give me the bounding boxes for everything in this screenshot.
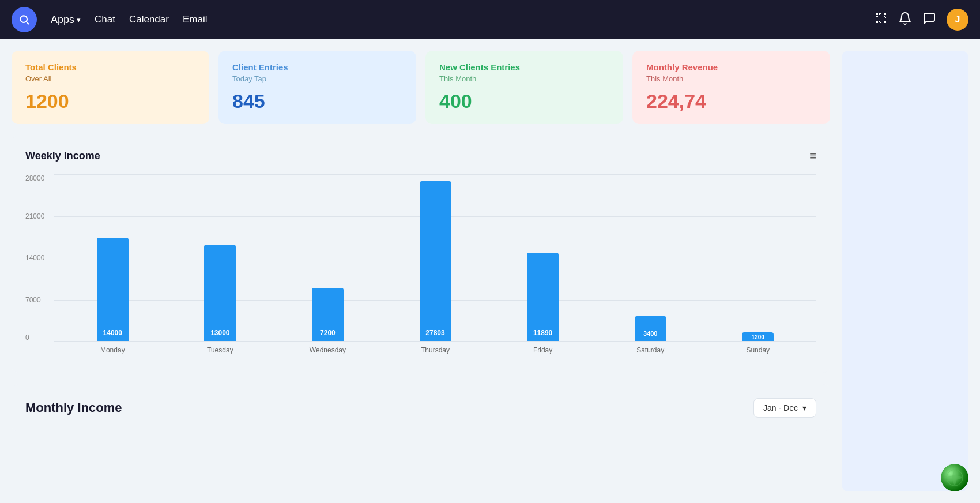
y-label-0: 0	[25, 333, 29, 341]
svg-rect-10	[880, 22, 881, 23]
stat-card-monthly-revenue: Monthly Revenue This Month 224,74	[632, 51, 830, 124]
nav-calendar[interactable]: Calendar	[129, 14, 169, 25]
main-content: Total Clients Over All 1200 Client Entri…	[0, 39, 980, 503]
stat-subtitle-new-clients: This Month	[439, 74, 609, 83]
y-label-7000: 7000	[25, 296, 41, 304]
stat-card-total-clients: Total Clients Over All 1200	[12, 51, 209, 124]
stats-row: Total Clients Over All 1200 Client Entri…	[12, 51, 830, 124]
chat-icon	[922, 12, 936, 25]
stat-value-total-clients: 1200	[25, 90, 195, 112]
hamburger-icon: ≡	[809, 149, 816, 162]
x-label-thursday: Thursday	[382, 341, 489, 359]
bar-monday: 14000	[59, 238, 167, 341]
bar-thursday: 27803	[382, 181, 489, 341]
stat-value-client-entries: 845	[232, 90, 402, 112]
nav-apps[interactable]: Apps ▾	[51, 14, 81, 26]
y-label-21000: 21000	[25, 212, 44, 220]
svg-rect-2	[876, 13, 878, 15]
bars-container: 14000 13000 7200	[54, 174, 816, 341]
chevron-down-icon-month: ▾	[802, 403, 806, 412]
stat-value-new-clients: 400	[439, 90, 609, 112]
nav-icons: J	[874, 9, 968, 31]
stat-title-total-clients: Total Clients	[25, 62, 195, 72]
svg-rect-11	[884, 13, 886, 15]
nav-chat[interactable]: Chat	[95, 14, 115, 25]
user-avatar[interactable]: J	[947, 9, 968, 31]
search-icon	[18, 14, 30, 25]
svg-rect-6	[880, 13, 881, 14]
stat-card-new-clients: New Clients Entries This Month 400	[425, 51, 623, 124]
svg-rect-14	[884, 21, 886, 23]
bar-friday: 11890	[489, 253, 597, 341]
chart-menu-button[interactable]: ≡	[809, 149, 816, 163]
svg-rect-7	[879, 14, 880, 15]
stat-title-new-clients: New Clients Entries	[439, 62, 609, 72]
x-label-monday: Monday	[59, 341, 167, 359]
qr-icon	[874, 11, 888, 25]
svg-rect-8	[876, 21, 878, 23]
globe-icon[interactable]	[941, 464, 968, 491]
svg-line-1	[27, 22, 29, 24]
bell-icon	[898, 12, 912, 25]
month-selector-label: Jan - Dec	[763, 403, 798, 412]
svg-rect-4	[877, 16, 878, 17]
left-panel: Total Clients Over All 1200 Client Entri…	[12, 51, 830, 491]
weekly-chart-header: Weekly Income ≡	[25, 149, 816, 163]
x-label-tuesday: Tuesday	[167, 341, 274, 359]
x-label-friday: Friday	[489, 341, 597, 359]
x-axis: Monday Tuesday Wednesday Thursday Friday…	[54, 341, 816, 359]
qr-code-button[interactable]	[874, 11, 888, 28]
svg-rect-9	[879, 21, 880, 22]
notifications-button[interactable]	[898, 12, 912, 28]
x-label-sunday: Sunday	[704, 341, 812, 359]
bar-chart: 28000 21000 14000 7000 0	[25, 174, 816, 359]
y-label-28000: 28000	[25, 174, 44, 182]
bar-tuesday: 13000	[167, 245, 274, 341]
stat-value-monthly-revenue: 224,74	[646, 90, 816, 112]
bar-sunday: 1200	[704, 332, 812, 341]
weekly-chart-title: Weekly Income	[25, 150, 100, 162]
stat-title-client-entries: Client Entries	[232, 62, 402, 72]
y-axis: 28000 21000 14000 7000 0	[25, 174, 54, 341]
svg-rect-13	[885, 17, 886, 18]
monthly-header: Monthly Income Jan - Dec ▾	[25, 398, 816, 418]
x-label-saturday: Saturday	[597, 341, 704, 359]
stat-subtitle-total-clients: Over All	[25, 74, 195, 83]
stat-subtitle-client-entries: Today Tap	[232, 74, 402, 83]
bar-saturday: 3400	[597, 316, 704, 341]
chat-button[interactable]	[922, 12, 936, 28]
chevron-down-icon: ▾	[77, 16, 81, 24]
svg-rect-3	[876, 16, 877, 17]
svg-rect-12	[884, 16, 885, 17]
stat-subtitle-monthly-revenue: This Month	[646, 74, 816, 83]
x-label-wednesday: Wednesday	[274, 341, 382, 359]
top-nav: Apps ▾ Chat Calendar Email	[0, 0, 980, 39]
search-button[interactable]	[12, 7, 37, 32]
svg-rect-5	[879, 13, 880, 14]
weekly-income-chart: Weekly Income ≡ 28000 21000 14000 7000 0	[12, 136, 830, 373]
monthly-chart-title: Monthly Income	[25, 400, 122, 415]
y-label-14000: 14000	[25, 254, 44, 262]
stat-title-monthly-revenue: Monthly Revenue	[646, 62, 816, 72]
bar-wednesday: 7200	[274, 288, 382, 341]
nav-email[interactable]: Email	[183, 14, 208, 25]
right-panel	[842, 51, 968, 491]
monthly-income-section: Monthly Income Jan - Dec ▾	[12, 384, 830, 431]
stat-card-client-entries: Client Entries Today Tap 845	[218, 51, 416, 124]
globe-svg	[945, 468, 964, 487]
month-selector[interactable]: Jan - Dec ▾	[753, 398, 816, 418]
